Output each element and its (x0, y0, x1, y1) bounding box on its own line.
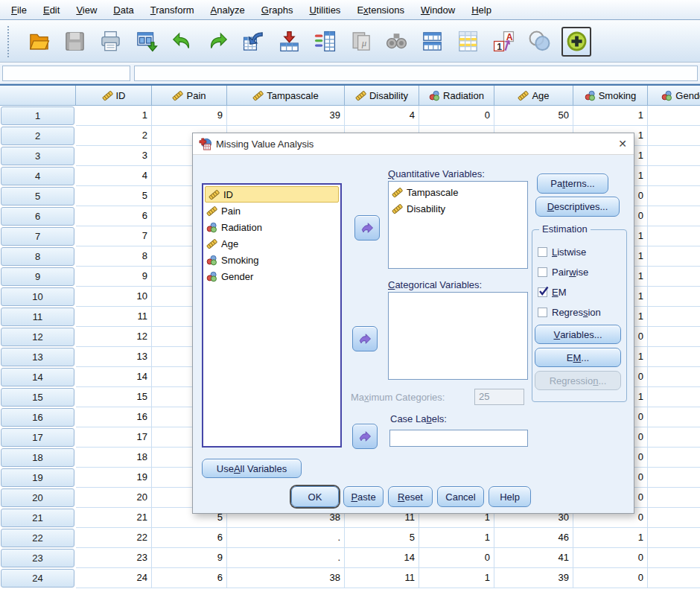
cell-r24-radiation[interactable]: 1 (419, 568, 494, 588)
cell-r23-disability[interactable]: 14 (345, 548, 419, 568)
menu-window[interactable]: Window (413, 1, 463, 19)
variables-icon[interactable] (311, 28, 338, 55)
cell-r1-tampascale[interactable]: 39 (227, 106, 345, 126)
use-variable-sets-icon[interactable] (526, 28, 553, 55)
cell-r24-gender[interactable] (648, 568, 700, 588)
cell-r2-gender[interactable] (648, 126, 700, 146)
cell-r23-pain[interactable]: 9 (152, 548, 227, 568)
cell-r20-id[interactable]: 20 (76, 488, 152, 508)
row-header-11[interactable]: 11 (1, 308, 74, 326)
checkbox-listwise[interactable]: Listwise (538, 242, 623, 262)
cell-r13-gender[interactable] (648, 347, 700, 367)
menu-graphs[interactable]: Graphs (253, 1, 302, 19)
use-all-variables-button[interactable]: Use All Variables (202, 459, 302, 478)
menu-extensions[interactable]: Extensions (349, 1, 413, 19)
row-header-9[interactable]: 9 (1, 267, 74, 286)
row-header-16[interactable]: 16 (1, 408, 74, 427)
move-case-labels-button[interactable] (352, 424, 378, 449)
patterns-button[interactable]: Patterns... (537, 173, 608, 194)
row-header-20[interactable]: 20 (1, 488, 74, 507)
source-variable-radiation[interactable]: Radiation (203, 219, 340, 235)
cell-r22-smoking[interactable]: 1 (573, 528, 648, 548)
cell-r5-id[interactable]: 5 (76, 186, 152, 206)
cell-r4-gender[interactable] (648, 166, 700, 186)
cell-r6-id[interactable]: 6 (76, 206, 152, 226)
cell-r9-id[interactable]: 9 (76, 267, 152, 287)
menu-data[interactable]: Data (105, 1, 141, 19)
row-header-24[interactable]: 24 (1, 569, 74, 588)
cell-r23-radiation[interactable]: 0 (419, 548, 494, 568)
find-icon[interactable] (383, 28, 410, 55)
cell-r2-id[interactable]: 2 (76, 126, 152, 146)
undo-icon[interactable] (168, 28, 195, 55)
cell-r24-pain[interactable]: 6 (152, 568, 227, 588)
cell-r12-id[interactable]: 12 (76, 327, 152, 347)
source-variable-gender[interactable]: Gender (203, 268, 340, 284)
cell-r22-age[interactable]: 46 (494, 528, 573, 548)
help-button[interactable]: Help (489, 486, 531, 507)
column-header-tampascale[interactable]: Tampascale (227, 86, 345, 106)
value-labels-icon[interactable]: A1 (490, 28, 517, 55)
cell-r5-gender[interactable] (648, 186, 700, 206)
row-header-7[interactable]: 7 (1, 227, 74, 246)
recall-dialogs-icon[interactable] (133, 28, 159, 55)
cell-r11-id[interactable]: 11 (76, 307, 152, 327)
cell-editor-field[interactable] (134, 66, 698, 81)
menu-analyze[interactable]: Analyze (203, 1, 253, 19)
row-header-19[interactable]: 19 (1, 468, 74, 487)
cell-r1-pain[interactable]: 9 (152, 106, 227, 126)
cell-r4-id[interactable]: 4 (76, 166, 152, 186)
cell-r10-id[interactable]: 10 (76, 287, 152, 307)
cell-r22-gender[interactable] (648, 528, 700, 548)
goto-variable-icon[interactable] (276, 28, 302, 55)
checkbox-em[interactable]: EM (538, 282, 623, 302)
cell-r12-gender[interactable] (648, 327, 700, 347)
cell-r24-disability[interactable]: 11 (345, 568, 419, 588)
em-button[interactable]: EM... (535, 348, 621, 367)
dialog-titlebar[interactable]: Missing Value Analysis ✕ (193, 133, 634, 155)
cell-r1-id[interactable]: 1 (76, 106, 152, 126)
cell-r24-tampascale[interactable]: 38 (227, 568, 345, 588)
column-header-disability[interactable]: Disability (345, 86, 419, 106)
cell-r9-gender[interactable] (648, 267, 700, 287)
column-header-gender[interactable]: Gender (648, 86, 700, 106)
cell-r22-pain[interactable]: 6 (152, 528, 227, 548)
print-icon[interactable] (97, 28, 124, 55)
cell-r3-id[interactable]: 3 (76, 146, 152, 166)
row-header-15[interactable]: 15 (1, 388, 74, 407)
cell-r21-gender[interactable] (648, 508, 700, 528)
cell-r14-gender[interactable] (648, 367, 700, 387)
cell-r18-id[interactable]: 18 (76, 448, 152, 468)
cell-r15-gender[interactable] (648, 387, 700, 407)
move-quantitative-button[interactable] (354, 215, 380, 241)
source-variable-id[interactable]: ID (205, 186, 339, 203)
categorical-variables-list[interactable] (388, 292, 528, 380)
quantitative-variables-list[interactable]: TampascaleDisability (388, 181, 528, 269)
cell-r18-gender[interactable] (648, 448, 700, 468)
checkbox-regression[interactable]: Regression (538, 302, 623, 322)
row-header-1[interactable]: 1 (1, 106, 74, 125)
cell-r24-age[interactable]: 39 (494, 568, 573, 588)
cell-r7-id[interactable]: 7 (76, 226, 152, 246)
goto-case-icon[interactable] (240, 28, 267, 55)
cell-r11-gender[interactable] (648, 307, 700, 327)
redo-icon[interactable] (204, 28, 231, 55)
row-header-5[interactable]: 5 (1, 187, 74, 206)
cell-r1-radiation[interactable]: 0 (419, 106, 494, 126)
menu-transform[interactable]: Transform (142, 1, 203, 19)
column-header-smoking[interactable]: Smoking (573, 86, 648, 106)
cell-r7-gender[interactable] (648, 226, 700, 246)
cell-r3-gender[interactable] (648, 146, 700, 166)
cell-r16-id[interactable]: 16 (76, 407, 152, 427)
variables-button[interactable]: Variables... (535, 325, 621, 344)
cell-r23-gender[interactable] (648, 548, 700, 568)
cancel-button[interactable]: Cancel (437, 486, 484, 507)
split-file-icon[interactable] (419, 28, 445, 55)
column-header-pain[interactable]: Pain (152, 86, 227, 106)
save-icon[interactable] (61, 28, 88, 55)
cell-r22-tampascale[interactable]: . (227, 528, 345, 548)
row-header-23[interactable]: 23 (1, 549, 74, 567)
descriptives-button[interactable]: Descriptives... (535, 197, 620, 217)
row-header-8[interactable]: 8 (1, 247, 74, 266)
cell-r19-gender[interactable] (648, 468, 700, 488)
